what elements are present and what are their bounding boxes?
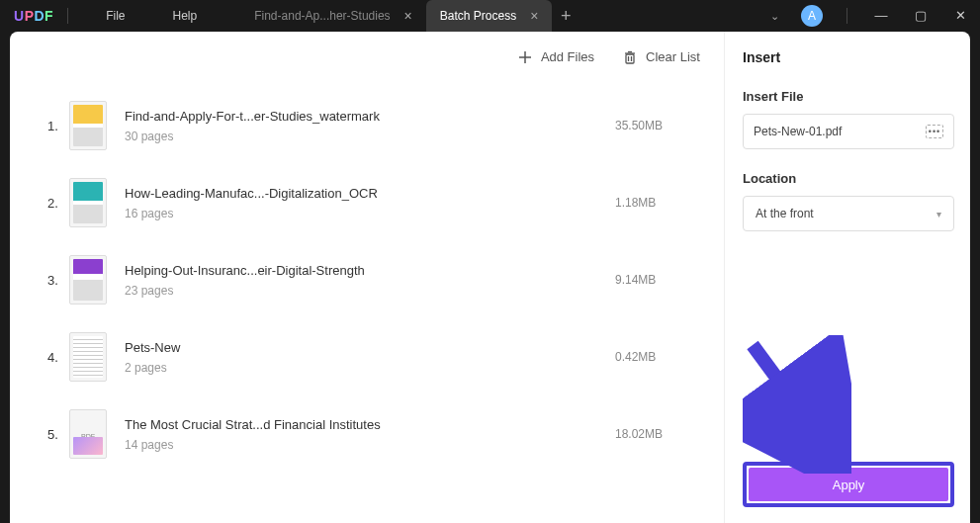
apply-highlight: Apply	[743, 462, 954, 507]
app-logo: UPDF	[14, 8, 53, 24]
file-info: Pets-New2 pages	[125, 340, 615, 375]
file-size: 35.50MB	[615, 119, 704, 132]
chevron-down-icon: ▾	[936, 209, 941, 219]
close-icon[interactable]: ×	[404, 8, 412, 24]
add-files-label: Add Files	[541, 49, 594, 64]
insert-file-label: Insert File	[743, 89, 954, 104]
file-name: Helping-Out-Insuranc...eir-Digital-Stren…	[125, 263, 615, 278]
file-pages: 2 pages	[125, 361, 615, 375]
file-info: Find-and-Apply-For-t...er-Studies_waterm…	[125, 109, 615, 143]
panel-title: Insert	[743, 49, 954, 65]
file-index: 3.	[47, 273, 69, 288]
file-size: 0.42MB	[615, 350, 704, 364]
side-panel: Insert Insert File Pets-New-01.pdf ••• L…	[725, 32, 970, 523]
file-row[interactable]: 5.PDFThe Most Crucial Strat...d Financia…	[10, 395, 724, 473]
file-size: 1.18MB	[615, 196, 704, 210]
file-name: Pets-New	[125, 340, 615, 355]
file-info: How-Leading-Manufac...-Digitalization_OC…	[125, 186, 615, 220]
file-size: 18.02MB	[615, 427, 704, 441]
add-files-button[interactable]: Add Files	[517, 49, 594, 65]
file-info: The Most Crucial Strat...d Financial Ins…	[125, 417, 615, 452]
tab-batch-process[interactable]: Batch Process ×	[426, 0, 553, 32]
location-select[interactable]: At the front ▾	[743, 196, 954, 231]
close-icon[interactable]: ×	[530, 8, 538, 24]
file-name: How-Leading-Manufac...-Digitalization_OC…	[125, 186, 615, 201]
maximize-button[interactable]: ▢	[901, 0, 940, 32]
divider	[846, 8, 847, 24]
chevron-down-icon[interactable]: ⌄	[758, 10, 791, 23]
file-index: 5.	[47, 427, 69, 442]
file-index: 1.	[47, 119, 69, 133]
file-pages: 16 pages	[125, 207, 615, 220]
file-toolbar: Add Files Clear List	[10, 32, 724, 83]
file-index: 4.	[47, 350, 69, 365]
plus-icon	[517, 49, 533, 65]
insert-file-picker[interactable]: Pets-New-01.pdf •••	[743, 114, 954, 149]
file-thumbnail	[69, 332, 107, 382]
file-pages: 23 pages	[125, 284, 615, 298]
avatar[interactable]: A	[801, 5, 823, 27]
divider	[67, 8, 68, 24]
clear-list-button[interactable]: Clear List	[622, 49, 700, 65]
file-name: Find-and-Apply-For-t...er-Studies_waterm…	[125, 109, 615, 124]
file-row[interactable]: 4.Pets-New2 pages0.42MB	[10, 318, 724, 395]
file-row[interactable]: 1.Find-and-Apply-For-t...er-Studies_wate…	[10, 87, 724, 164]
tabs: Find-and-Ap...her-Studies × Batch Proces…	[240, 0, 579, 32]
minimize-button[interactable]: —	[861, 0, 901, 32]
location-value: At the front	[756, 207, 814, 220]
location-label: Location	[743, 171, 954, 186]
menu-help[interactable]: Help	[149, 9, 222, 23]
insert-file-value: Pets-New-01.pdf	[754, 125, 842, 138]
apply-button[interactable]: Apply	[749, 468, 948, 501]
content: Add Files Clear List 1.Find-and-Apply-Fo…	[10, 32, 970, 523]
new-tab-button[interactable]: +	[552, 6, 579, 27]
file-row[interactable]: 3.Helping-Out-Insuranc...eir-Digital-Str…	[10, 241, 724, 318]
file-list: 1.Find-and-Apply-For-t...er-Studies_wate…	[10, 83, 724, 523]
file-area: Add Files Clear List 1.Find-and-Apply-Fo…	[10, 32, 724, 523]
clear-list-label: Clear List	[646, 49, 700, 64]
file-row[interactable]: 2.How-Leading-Manufac...-Digitalization_…	[10, 164, 724, 241]
tab-label: Find-and-Ap...her-Studies	[254, 9, 390, 23]
file-index: 2.	[47, 196, 69, 211]
file-size: 9.14MB	[615, 273, 704, 287]
titlebar: UPDF File Help Find-and-Ap...her-Studies…	[0, 0, 980, 32]
menu-file[interactable]: File	[82, 9, 148, 23]
close-button[interactable]: ✕	[940, 0, 980, 32]
trash-icon	[622, 49, 638, 65]
svg-rect-2	[626, 54, 634, 63]
file-info: Helping-Out-Insuranc...eir-Digital-Stren…	[125, 263, 615, 298]
file-thumbnail	[69, 101, 107, 150]
file-thumbnail	[69, 178, 107, 227]
tab-label: Batch Process	[440, 9, 516, 23]
titlebar-right: ⌄ A — ▢ ✕	[758, 0, 980, 32]
file-pages: 14 pages	[125, 438, 615, 452]
tab-find-apply[interactable]: Find-and-Ap...her-Studies ×	[240, 0, 426, 32]
file-pages: 30 pages	[125, 130, 615, 143]
file-thumbnail: PDF	[69, 409, 107, 459]
browse-icon[interactable]: •••	[926, 125, 943, 138]
file-name: The Most Crucial Strat...d Financial Ins…	[125, 417, 615, 432]
file-thumbnail	[69, 255, 107, 305]
